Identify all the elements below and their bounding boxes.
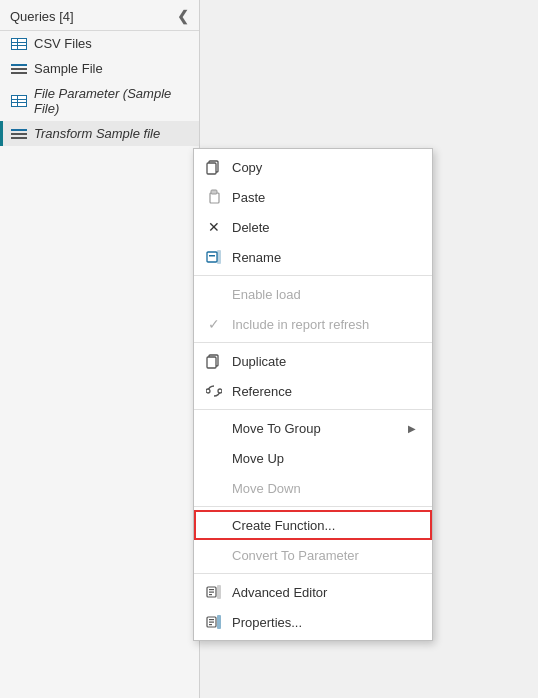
create-function-label: Create Function... (232, 518, 416, 533)
properties-label: Properties... (232, 615, 416, 630)
svg-rect-14 (209, 594, 212, 595)
table-icon (10, 37, 28, 51)
advanced-editor-label: Advanced Editor (232, 585, 416, 600)
sidebar-item-label: CSV Files (34, 36, 92, 51)
svg-rect-6 (217, 250, 221, 264)
menu-item-move-to-group[interactable]: Move To Group ▶ (194, 413, 432, 443)
reference-icon (204, 381, 224, 401)
menu-item-convert-parameter[interactable]: Convert To Parameter (194, 540, 432, 570)
enable-load-label: Enable load (232, 287, 416, 302)
svg-point-10 (218, 389, 222, 393)
sidebar-item-sample-file[interactable]: Sample File (0, 56, 199, 81)
separator-5 (194, 573, 432, 574)
submenu-arrow-icon: ▶ (408, 423, 416, 434)
menu-item-duplicate[interactable]: Duplicate (194, 346, 432, 376)
menu-item-move-down[interactable]: Move Down (194, 473, 432, 503)
create-function-icon (204, 515, 224, 535)
sidebar-item-label: Transform Sample file (34, 126, 160, 141)
copy-icon (204, 157, 224, 177)
svg-rect-15 (217, 585, 221, 599)
menu-item-delete[interactable]: ✕ Delete (194, 212, 432, 242)
svg-rect-20 (217, 615, 221, 629)
sidebar-header: Queries [4] ❮ (0, 0, 199, 31)
menu-item-reference[interactable]: Reference (194, 376, 432, 406)
convert-parameter-label: Convert To Parameter (232, 548, 416, 563)
move-down-label: Move Down (232, 481, 416, 496)
delete-label: Delete (232, 220, 416, 235)
include-report-label: Include in report refresh (232, 317, 416, 332)
separator-4 (194, 506, 432, 507)
svg-rect-3 (211, 190, 217, 194)
table-icon (10, 94, 28, 108)
menu-item-move-up[interactable]: Move Up (194, 443, 432, 473)
menu-item-rename[interactable]: Rename (194, 242, 432, 272)
move-up-icon (204, 448, 224, 468)
move-down-icon (204, 478, 224, 498)
properties-icon (204, 612, 224, 632)
separator-2 (194, 342, 432, 343)
reference-label: Reference (232, 384, 416, 399)
svg-rect-17 (209, 619, 214, 620)
context-menu: Copy Paste ✕ Delete Rename (193, 148, 433, 641)
menu-item-advanced-editor[interactable]: Advanced Editor (194, 577, 432, 607)
convert-parameter-icon (204, 545, 224, 565)
lines-icon (10, 127, 28, 141)
sidebar-item-label: Sample File (34, 61, 103, 76)
move-to-group-label: Move To Group (232, 421, 400, 436)
svg-rect-12 (209, 589, 214, 590)
separator-1 (194, 275, 432, 276)
move-up-label: Move Up (232, 451, 416, 466)
duplicate-icon (204, 351, 224, 371)
sidebar-item-transform-sample[interactable]: Transform Sample file (0, 121, 199, 146)
move-to-group-icon (204, 418, 224, 438)
menu-item-create-function[interactable]: Create Function... (194, 510, 432, 540)
svg-rect-4 (207, 252, 217, 262)
queries-sidebar: Queries [4] ❮ CSV Files Sample File File… (0, 0, 200, 698)
enable-load-icon (204, 284, 224, 304)
menu-item-include-report[interactable]: ✓ Include in report refresh (194, 309, 432, 339)
lines-icon (10, 62, 28, 76)
svg-rect-18 (209, 622, 214, 623)
menu-item-paste[interactable]: Paste (194, 182, 432, 212)
separator-3 (194, 409, 432, 410)
sidebar-item-file-parameter[interactable]: File Parameter (Sample File) (0, 81, 199, 121)
sidebar-item-label: File Parameter (Sample File) (34, 86, 189, 116)
checkmark-icon: ✓ (204, 314, 224, 334)
sidebar-collapse-button[interactable]: ❮ (177, 8, 189, 24)
delete-icon: ✕ (204, 217, 224, 237)
svg-rect-5 (209, 255, 215, 257)
svg-point-9 (206, 389, 210, 393)
rename-icon (204, 247, 224, 267)
svg-rect-1 (207, 163, 216, 174)
rename-label: Rename (232, 250, 416, 265)
advanced-editor-icon (204, 582, 224, 602)
sidebar-title: Queries [4] (10, 9, 74, 24)
menu-item-enable-load[interactable]: Enable load (194, 279, 432, 309)
duplicate-label: Duplicate (232, 354, 416, 369)
svg-rect-19 (209, 624, 212, 625)
paste-label: Paste (232, 190, 416, 205)
sidebar-item-csv-files[interactable]: CSV Files (0, 31, 199, 56)
svg-rect-13 (209, 592, 214, 593)
copy-label: Copy (232, 160, 416, 175)
paste-icon (204, 187, 224, 207)
menu-item-properties[interactable]: Properties... (194, 607, 432, 637)
menu-item-copy[interactable]: Copy (194, 152, 432, 182)
svg-rect-8 (207, 357, 216, 368)
